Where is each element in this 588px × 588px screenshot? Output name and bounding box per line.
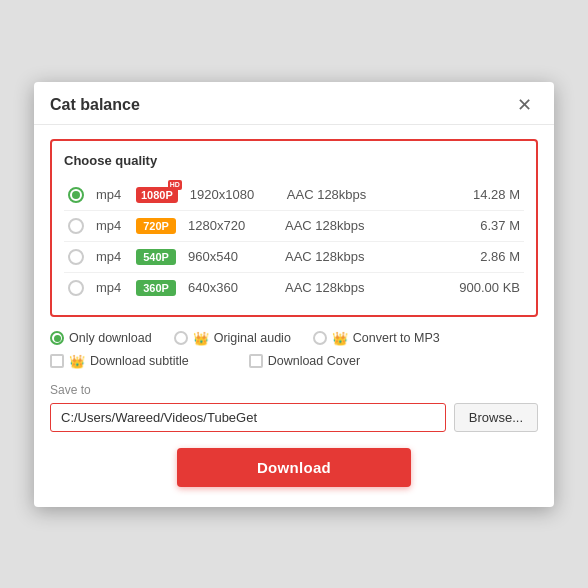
option-subtitle[interactable]: 👑 Download subtitle — [50, 354, 189, 369]
format-360: mp4 — [96, 280, 124, 295]
option-original-audio[interactable]: 👑 Original audio — [174, 331, 291, 346]
dialog-body: Choose quality mp4 1080P HD 1920x1080 AA… — [34, 125, 554, 507]
quality-row-720[interactable]: mp4 720P 1280x720 AAC 128kbps 6.37 M — [64, 210, 524, 241]
dialog: Cat balance ✕ Choose quality mp4 1080P H… — [34, 82, 554, 507]
radio-1080[interactable] — [68, 187, 84, 203]
quality-title: Choose quality — [64, 153, 524, 168]
badge-360: 360P — [136, 280, 176, 296]
path-input[interactable] — [50, 403, 446, 432]
options-row-2: 👑 Download subtitle Download Cover — [50, 354, 538, 369]
quality-row-540[interactable]: mp4 540P 960x540 AAC 128kbps 2.86 M — [64, 241, 524, 272]
download-section: Download — [50, 448, 538, 493]
crown-audio-icon: 👑 — [193, 331, 209, 346]
only-download-label: Only download — [69, 331, 152, 345]
save-to-label: Save to — [50, 383, 538, 397]
audio-720: AAC 128kbps — [285, 218, 438, 233]
close-button[interactable]: ✕ — [511, 94, 538, 116]
cover-label: Download Cover — [268, 354, 360, 368]
checkbox-cover[interactable] — [249, 354, 263, 368]
quality-row-1080[interactable]: mp4 1080P HD 1920x1080 AAC 128kbps 14.28… — [64, 180, 524, 210]
subtitle-label: Download subtitle — [90, 354, 189, 368]
format-720: mp4 — [96, 218, 124, 233]
download-button[interactable]: Download — [177, 448, 411, 487]
checkbox-subtitle[interactable] — [50, 354, 64, 368]
radio-convert-mp3[interactable] — [313, 331, 327, 345]
audio-360: AAC 128kbps — [285, 280, 438, 295]
resolution-1080: 1920x1080 — [190, 187, 275, 202]
dialog-header: Cat balance ✕ — [34, 82, 554, 125]
format-540: mp4 — [96, 249, 124, 264]
badge-720: 720P — [136, 218, 176, 234]
radio-360[interactable] — [68, 280, 84, 296]
resolution-540: 960x540 — [188, 249, 273, 264]
hd-badge-1080: HD — [168, 180, 182, 190]
option-convert-mp3[interactable]: 👑 Convert to MP3 — [313, 331, 440, 346]
badge-1080: 1080P HD — [136, 187, 178, 203]
badge-540: 540P — [136, 249, 176, 265]
convert-mp3-label: Convert to MP3 — [353, 331, 440, 345]
original-audio-label: Original audio — [214, 331, 291, 345]
quality-box: Choose quality mp4 1080P HD 1920x1080 AA… — [50, 139, 538, 317]
resolution-720: 1280x720 — [188, 218, 273, 233]
resolution-360: 640x360 — [188, 280, 273, 295]
audio-540: AAC 128kbps — [285, 249, 438, 264]
format-1080: mp4 — [96, 187, 124, 202]
radio-720[interactable] — [68, 218, 84, 234]
size-360: 900.00 KB — [450, 280, 520, 295]
radio-inner-1080 — [72, 191, 80, 199]
crown-mp3-icon: 👑 — [332, 331, 348, 346]
option-only-download[interactable]: Only download — [50, 331, 152, 345]
size-1080: 14.28 M — [450, 187, 520, 202]
save-to-row: Browse... — [50, 403, 538, 432]
options-row-1: Only download 👑 Original audio 👑 Convert… — [50, 331, 538, 346]
audio-1080: AAC 128kbps — [287, 187, 438, 202]
crown-subtitle-icon: 👑 — [69, 354, 85, 369]
size-540: 2.86 M — [450, 249, 520, 264]
radio-540[interactable] — [68, 249, 84, 265]
size-720: 6.37 M — [450, 218, 520, 233]
browse-button[interactable]: Browse... — [454, 403, 538, 432]
radio-only-download[interactable] — [50, 331, 64, 345]
quality-row-360[interactable]: mp4 360P 640x360 AAC 128kbps 900.00 KB — [64, 272, 524, 303]
dialog-title: Cat balance — [50, 96, 140, 114]
option-cover[interactable]: Download Cover — [249, 354, 360, 368]
radio-original-audio[interactable] — [174, 331, 188, 345]
radio-inner-only-download — [54, 335, 61, 342]
